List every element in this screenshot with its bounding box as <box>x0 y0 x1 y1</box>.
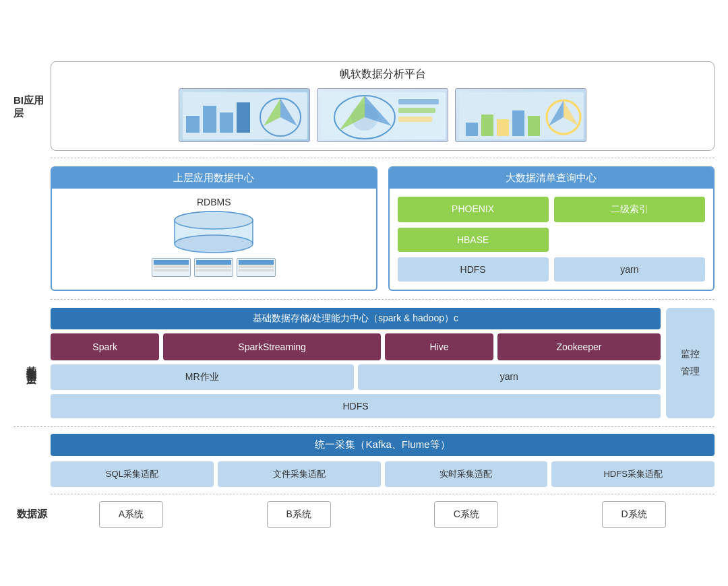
bq-row-3: HDFS yarn <box>398 257 706 282</box>
bigdata-query-box: 大数据清单查询中心 PHOENIX 二级索引 HBASE <box>388 166 715 291</box>
base-platform-section: 基础数据平台层 基础数据存储/处理能力中心（spark & hadoop）c S… <box>13 300 715 427</box>
base-storage-header: 基础数据存储/处理能力中心（spark & hadoop）c <box>51 308 661 329</box>
datasource-label: 数据源 <box>17 508 47 521</box>
base-platform-label: 基础数据平台层 <box>25 358 39 368</box>
svg-point-24 <box>175 211 253 229</box>
collect-header: 统一采集（Kafka、Flume等） <box>51 434 715 456</box>
bi-platform-title: 帆软数据分析平台 <box>59 67 706 82</box>
collect-adapter-3: HDFS采集适配 <box>551 461 715 487</box>
base-zookeeper: Zookeeper <box>497 333 661 360</box>
db-table-1 <box>152 258 191 277</box>
datasource-item-2: C系统 <box>434 501 498 528</box>
svg-rect-3 <box>220 112 233 133</box>
svg-rect-15 <box>497 119 509 136</box>
base-mr-yarn-row: MR作业 yarn <box>51 364 661 390</box>
monitor-box: 监控 管理 <box>666 308 715 418</box>
bi-layer-content: 帆软数据分析平台 <box>51 56 715 158</box>
svg-rect-9 <box>398 99 439 104</box>
svg-rect-17 <box>528 116 540 136</box>
base-hive: Hive <box>385 333 493 360</box>
base-platform-label-cell: 基础数据平台层 <box>13 300 51 426</box>
db-tables <box>152 258 276 277</box>
middle-label-spacer <box>13 158 51 300</box>
datasource-item-0: A系统 <box>99 501 163 528</box>
upper-app-body: RDBMS <box>52 189 376 285</box>
base-spark: Spark <box>51 333 159 360</box>
upper-app-header: 上层应用数据中心 <box>52 168 376 189</box>
middle-row: 上层应用数据中心 RDBMS <box>13 158 715 300</box>
collect-row: 统一采集（Kafka、Flume等） SQL采集适配 文件采集适配 实时采集适配… <box>13 427 715 494</box>
base-spark-streaming: SparkStreaming <box>163 333 381 360</box>
bq-row-2: HBASE <box>398 228 706 252</box>
base-mr: MR作业 <box>51 364 354 390</box>
bi-layer-row: BI应用层 帆软数据分析平台 <box>13 56 715 158</box>
bq-row-1: PHOENIX 二级索引 <box>398 197 706 222</box>
bq-hbase: HBASE <box>398 228 549 252</box>
bi-screenshot-2 <box>317 88 448 142</box>
upper-app-box: 上层应用数据中心 RDBMS <box>51 166 377 291</box>
svg-rect-16 <box>512 110 524 136</box>
base-platform-content: 基础数据存储/处理能力中心（spark & hadoop）c Spark Spa… <box>51 300 715 426</box>
datasource-label-cell: 数据源 <box>13 508 51 521</box>
datasource-items: A系统 B系统 C系统 D系统 <box>51 501 715 528</box>
bi-layer-label: BI应用层 <box>13 94 51 120</box>
middle-content: 上层应用数据中心 RDBMS <box>51 158 715 300</box>
bi-screenshot-1 <box>179 88 310 142</box>
collect-content: 统一采集（Kafka、Flume等） SQL采集适配 文件采集适配 实时采集适配… <box>51 427 715 494</box>
collect-adapter-0: SQL采集适配 <box>51 461 214 487</box>
svg-rect-4 <box>237 102 250 133</box>
bq-empty-spacer <box>554 228 705 252</box>
datasource-row: 数据源 A系统 B系统 C系统 D系统 <box>13 494 715 531</box>
svg-rect-14 <box>481 115 493 136</box>
bigdata-query-body: PHOENIX 二级索引 HBASE HDFS yarn <box>390 189 714 290</box>
rdbms-label: RDBMS <box>197 197 231 207</box>
collect-adapters: SQL采集适配 文件采集适配 实时采集适配 HDFS采集适配 <box>51 461 715 487</box>
datasource-item-3: D系统 <box>602 501 666 528</box>
bigdata-query-header: 大数据清单查询中心 <box>390 168 714 189</box>
svg-rect-10 <box>398 108 435 113</box>
base-yarn: yarn <box>358 364 661 390</box>
bq-phoenix: PHOENIX <box>398 197 549 222</box>
db-table-2 <box>194 258 233 277</box>
svg-rect-13 <box>466 123 478 136</box>
bq-secondary-index: 二级索引 <box>554 197 705 222</box>
base-hdfs: HDFS <box>51 394 661 418</box>
svg-rect-1 <box>186 116 200 133</box>
base-main: 基础数据存储/处理能力中心（spark & hadoop）c Spark Spa… <box>51 308 661 418</box>
bi-layer-label-cell: BI应用层 <box>13 56 51 158</box>
base-components-row: Spark SparkStreaming Hive Zookeeper <box>51 333 661 360</box>
collect-adapter-2: 实时采集适配 <box>385 461 548 487</box>
bi-platform-box: 帆软数据分析平台 <box>51 61 715 151</box>
datasource-item-1: B系统 <box>267 501 331 528</box>
svg-rect-2 <box>203 106 216 133</box>
collect-label-spacer <box>13 427 51 494</box>
bq-yarn: yarn <box>554 257 705 282</box>
bi-screenshots <box>59 88 706 142</box>
db-table-3 <box>237 258 276 277</box>
collect-adapter-1: 文件采集适配 <box>218 461 381 487</box>
bq-hdfs: HDFS <box>398 257 549 282</box>
svg-point-21 <box>175 235 253 253</box>
svg-rect-11 <box>398 117 432 122</box>
db-cylinder-svg <box>166 210 261 254</box>
bi-screenshot-3 <box>455 88 586 142</box>
